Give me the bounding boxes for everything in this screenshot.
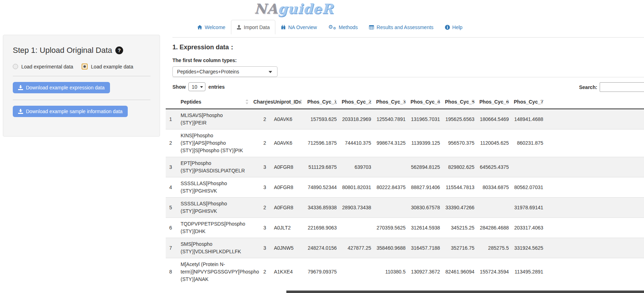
table-cell: 316457.7188 <box>408 238 442 258</box>
radio-label: Load example data <box>91 64 133 70</box>
table-row: 4SSSSLLAS[Phospho (STY)]PGHISVK3A0FGR874… <box>166 177 644 198</box>
table-cell: A0FGR8 <box>270 198 304 218</box>
tab-label: Methods <box>339 24 358 30</box>
table-cell: 285275.5 <box>477 238 511 258</box>
table-row: 7SMS[Phospho (STY)]VDLSHIPLKDPLLFK3A0JNW… <box>166 238 644 258</box>
table-cell: 8 <box>166 258 178 286</box>
download-expression-data-button[interactable]: Download example expression data <box>13 82 110 93</box>
tab-results-assessments[interactable]: Results and Assessments <box>363 20 439 34</box>
sort-arrows-icon <box>437 99 440 105</box>
entries-length-select[interactable]: 10 <box>188 82 205 91</box>
expression-data-table: PeptidesChargesUniprot_IDsPhos_Cyc_1Phos… <box>166 95 644 286</box>
column-header-phos_cyc_4[interactable]: Phos_Cyc_4 <box>408 95 442 109</box>
table-cell: 125540.7891 <box>373 109 408 129</box>
table-cell: EPT[Phospho (STY)]PSIASDISLPIATQELR <box>178 157 251 177</box>
logo-text-guider: guideR <box>278 1 334 17</box>
column-header-phos_cyc_1[interactable]: Phos_Cyc_1 <box>304 95 339 109</box>
entries-length-control: Show 10 entries <box>172 82 644 91</box>
column-header-phos_cyc_5[interactable]: Phos_Cyc_5 <box>442 95 477 109</box>
table-cell: 5 <box>166 198 178 218</box>
table-cell: 80334.6875 <box>477 177 511 198</box>
table-header: PeptidesChargesUniprot_IDsPhos_Cyc_1Phos… <box>166 95 644 109</box>
table-cell: 860231.875 <box>511 129 545 157</box>
entries-label: entries <box>208 84 225 90</box>
table-cell-pad <box>545 157 644 177</box>
table-cell: 110380.5 <box>373 258 408 286</box>
table-cell: 131965.7031 <box>408 109 442 129</box>
column-types-select[interactable]: Peptides+Charges+Proteins <box>172 66 277 77</box>
button-label: Download example sample information data <box>26 109 122 114</box>
import-data-content: 1. Expression data： The first few column… <box>166 37 644 286</box>
table-cell: 312614.5938 <box>408 218 442 238</box>
table-cell: 829802.625 <box>442 157 477 177</box>
entries-length-value: 10 <box>192 84 197 90</box>
download-sample-information-button[interactable]: Download example sample information data <box>13 106 128 117</box>
column-header-pad <box>545 95 644 109</box>
table-cell: 113495.2891 <box>511 258 545 286</box>
show-label: Show <box>172 84 186 90</box>
table-row: 8M[Acetyl (Protein N-term)]NPVYSPGSSGVPY… <box>166 258 644 286</box>
column-header-peptides[interactable]: Peptides <box>178 95 251 109</box>
table-cell: 2 <box>251 198 270 218</box>
table-cell: 1139399.125 <box>408 129 442 157</box>
column-header-phos_cyc_3[interactable]: Phos_Cyc_3 <box>373 95 408 109</box>
app-logo: NAguideR <box>254 1 333 17</box>
tab-label: Import Data <box>244 24 270 30</box>
table-cell: A0AVK6 <box>270 109 304 129</box>
column-header-phos_cyc_7[interactable]: Phos_Cyc_7 <box>511 95 545 109</box>
table-cell: 956570.375 <box>442 129 477 157</box>
tab-import-data[interactable]: Import Data <box>231 20 275 34</box>
table-cell: 358460.9688 <box>373 238 408 258</box>
question-circle-icon[interactable]: ? <box>115 46 123 54</box>
radio-label: Load experimental data <box>21 64 73 70</box>
table-cell: M[Acetyl (Protein N-term)]NPVYSPGSSGVPY[… <box>178 258 251 286</box>
button-label: Download example expression data <box>26 85 105 90</box>
column-header-charges[interactable]: Charges <box>251 95 270 109</box>
table-cell <box>373 157 408 177</box>
table-row: 3EPT[Phospho (STY)]PSIASDISLPIATQELR3A0F… <box>166 157 644 177</box>
table-cell: 34336.85938 <box>304 198 339 218</box>
tab-help[interactable]: Help <box>439 20 468 34</box>
table-cell: 195625.6563 <box>442 109 477 129</box>
expression-data-heading: 1. Expression data： <box>172 43 644 51</box>
table-body: 1MLISAVS[Phospho (STY)]PEIR2A0AVK6157593… <box>166 109 644 286</box>
table-cell: 345215.25 <box>442 218 477 238</box>
table-cell: 3 <box>251 157 270 177</box>
column-header-uniprot_ids[interactable]: Uniprot_IDs <box>270 95 304 109</box>
tab-na-overview[interactable]: NA Overview <box>275 20 323 34</box>
table-cell: 180664.5469 <box>477 109 511 129</box>
radio-icon <box>13 64 18 69</box>
divider <box>172 77 644 77</box>
chevron-down-icon <box>200 86 203 88</box>
table-cell: 30830.67578 <box>408 198 442 218</box>
table-cell-pad <box>545 198 644 218</box>
tab-label: Results and Assessments <box>376 24 433 30</box>
table-cell-pad <box>545 109 644 129</box>
column-header-phos_cyc_6[interactable]: Phos_Cyc_6 <box>477 95 511 109</box>
table-cell: 1120045.625 <box>477 129 511 157</box>
table-search-control: Search: <box>579 82 644 92</box>
table-cell: 562894.8125 <box>408 157 442 177</box>
table-cell: SSSSLLAS[Phospho (STY)]PGHISVK <box>178 198 251 218</box>
tab-methods[interactable]: ⚙⚙ Methods <box>323 20 363 34</box>
main-nav: Welcome Import Data NA Overview ⚙⚙ Metho… <box>192 20 468 34</box>
table-cell: MLISAVS[Phospho (STY)]PEIR <box>178 109 251 129</box>
table-row: 1MLISAVS[Phospho (STY)]PEIR2A0AVK6157593… <box>166 109 644 129</box>
divider <box>13 76 150 76</box>
horizontal-scrollbar-thumb[interactable] <box>286 291 644 293</box>
table-cell <box>339 258 373 286</box>
table-cell: 3 <box>251 177 270 198</box>
table-cell: 2 <box>251 129 270 157</box>
search-input[interactable] <box>600 82 644 92</box>
table-cell: 6 <box>166 218 178 238</box>
radio-load-experimental-data[interactable]: Load experimental data <box>13 64 73 70</box>
chevron-down-icon <box>269 71 272 73</box>
table-cell: 270359.5625 <box>373 218 408 238</box>
divider <box>172 37 644 38</box>
column-header-phos_cyc_2[interactable]: Phos_Cyc_2 <box>339 95 373 109</box>
radio-load-example-data[interactable]: Load example data <box>82 63 133 70</box>
tab-label: NA Overview <box>288 24 317 30</box>
table-cell <box>339 218 373 238</box>
table-cell: SSSSLLAS[Phospho (STY)]PGHISVK <box>178 177 251 198</box>
tab-welcome[interactable]: Welcome <box>192 20 231 34</box>
